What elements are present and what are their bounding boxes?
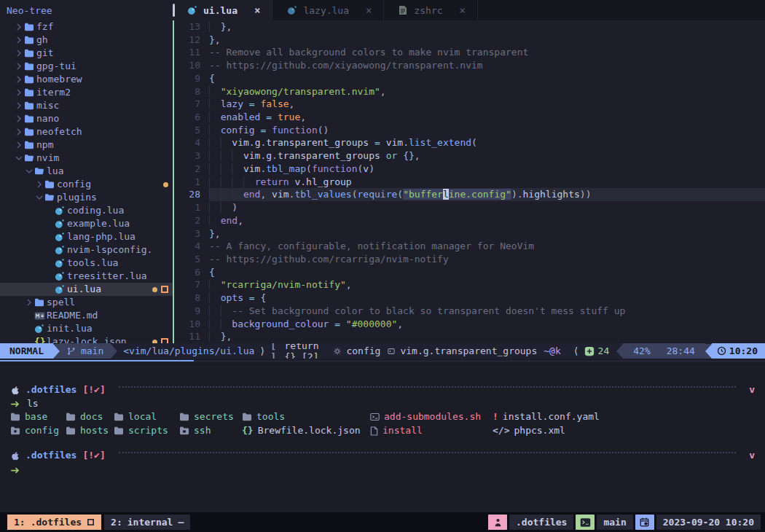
code-line[interactable]: 9▏ ▏ -- Set background color to black so… <box>174 305 765 318</box>
chevron-right-icon[interactable] <box>14 36 24 44</box>
tmux-window-internal[interactable]: 2:internal— <box>104 515 190 530</box>
code-line[interactable]: 1▏ ▏ ) <box>174 201 765 214</box>
ls-entry-brewfile-lock-json: {}Brewfile.lock.json <box>242 424 361 437</box>
code-line[interactable]: 2▏ end, <box>174 214 765 227</box>
line-number: 4 <box>174 136 209 149</box>
code-text: -- Remove all background colors to make … <box>209 46 765 59</box>
code-line-current[interactable]: 28▏ ▏ ▏ end, vim.tbl_values(require("buf… <box>174 188 765 201</box>
tree-item-treesitter-lua[interactable]: treesitter.lua <box>0 270 173 283</box>
tree-item-gpg-tui[interactable]: gpg-tui <box>0 60 173 73</box>
line-number: 1 <box>174 176 209 189</box>
tree-item-nvim[interactable]: nvim <box>0 152 173 165</box>
code-text: ▏ lazy = false, <box>209 98 765 111</box>
close-icon[interactable]: × <box>366 4 372 16</box>
tree-item-npm[interactable]: npm <box>0 138 173 152</box>
chevron-right-icon[interactable] <box>14 102 24 109</box>
prompt-git-status: [!✔] <box>82 383 105 396</box>
tree-item-label: coding.lua <box>67 204 124 217</box>
chevron-right-icon[interactable] <box>14 50 24 57</box>
tmux-window--dotfiles[interactable]: 1:.dotfiles <box>7 515 101 530</box>
neotree-panel[interactable]: fzfghgitgpg-tuihomebrewiterm2miscnanoneo… <box>0 20 173 343</box>
line-number: 9 <box>174 72 209 85</box>
tree-item-fzf[interactable]: fzf <box>0 20 173 34</box>
chevron-right-icon[interactable] <box>34 181 44 188</box>
code-line[interactable]: 6{ <box>174 266 765 279</box>
line-number: 10 <box>174 59 209 72</box>
folder-icon <box>114 426 124 435</box>
tree-item-lang-php-lua[interactable]: lang-php.lua <box>0 230 173 243</box>
line-number: 4 <box>174 240 209 253</box>
tree-item-homebrew[interactable]: homebrew <box>0 73 173 86</box>
chevron-right-icon[interactable] <box>14 128 24 136</box>
tab-lazy-lua[interactable]: lazy.lua× <box>272 0 384 20</box>
line-number: 2 <box>174 163 209 176</box>
code-line[interactable]: 4▏ ▏ vim.g.transparent_groups = vim.list… <box>174 136 765 149</box>
close-icon[interactable]: × <box>460 4 466 16</box>
chevron-right-icon[interactable] <box>14 89 24 96</box>
tab-zshrc[interactable]: zshrc× <box>384 0 478 20</box>
code-line[interactable]: 3▏ ▏ ▏ vim.g.transparent_groups or {}, <box>174 149 765 163</box>
code-text: ▏ ▏ -- Set background color to black so … <box>209 305 765 318</box>
tree-item-iterm2[interactable]: iterm2 <box>0 86 173 99</box>
tab-ui-lua[interactable]: ui.lua× <box>173 0 272 20</box>
code-line[interactable]: 12}, <box>174 34 765 47</box>
dot-badge <box>163 182 168 187</box>
code-line[interactable]: 10-- https://github.com/xiyaowong/transp… <box>174 59 765 72</box>
chevron-right-icon[interactable] <box>14 23 24 31</box>
tree-item-coding-lua[interactable]: coding.lua <box>0 204 173 217</box>
code-line[interactable]: 4-- A fancy, configurable, notification … <box>174 240 765 253</box>
editor-buffer[interactable]: 13▏ },12},11-- Remove all background col… <box>174 20 765 343</box>
tree-item-spell[interactable]: spell <box>0 296 173 309</box>
tree-item-ui-lua[interactable]: ui.lua <box>0 283 173 296</box>
code-line[interactable]: 6▏ enabled = true, <box>174 111 765 124</box>
tree-item-init-lua[interactable]: init.lua <box>0 322 173 335</box>
code-line[interactable]: 7▏ lazy = false, <box>174 98 765 111</box>
chevron-right-icon[interactable] <box>14 141 24 149</box>
chevron-right-icon[interactable] <box>14 63 24 70</box>
chevron-right-icon[interactable] <box>24 299 34 306</box>
line-number: 11 <box>174 330 209 343</box>
tree-item-nano[interactable]: nano <box>0 112 173 125</box>
chevron-down-icon[interactable] <box>34 195 44 200</box>
tree-item-lazy-lock-json[interactable]: {}lazy-lock.json <box>0 335 173 343</box>
code-line[interactable]: 10▏ ▏ background_colour = "#000000", <box>174 318 765 331</box>
code-line[interactable]: 8▏ "xiyaowong/transparent.nvim", <box>174 85 765 98</box>
tree-item-label: fzf <box>36 20 53 34</box>
code-text: -- A fancy, configurable, notification m… <box>209 240 765 253</box>
tree-item-config[interactable]: config <box>0 178 173 191</box>
code-line[interactable]: 5▏ config = function() <box>174 124 765 137</box>
tree-item-nvim-lspconfig-[interactable]: nvim-lspconfig. <box>0 243 173 257</box>
tree-item-neofetch[interactable]: neofetch <box>0 125 173 138</box>
code-line[interactable]: 7▏ "rcarriga/nvim-notify", <box>174 278 765 292</box>
close-icon[interactable]: × <box>254 4 260 16</box>
tree-item-plugins[interactable]: plugins <box>0 191 173 204</box>
ls-entry-install-conf-yaml: !install.conf.yaml <box>493 410 600 423</box>
tree-item-readme-md[interactable]: README.md <box>0 309 173 322</box>
chevron-down-icon[interactable] <box>14 155 24 161</box>
tree-item-example-lua[interactable]: example.lua <box>0 217 173 230</box>
code-line[interactable]: 3}, <box>174 227 765 240</box>
powerline-arrow <box>53 344 60 359</box>
shell-pane[interactable]: .dotfiles [!✔] v ls basedocslocalsecrets… <box>0 362 765 512</box>
tree-item-lua[interactable]: lua <box>0 165 173 178</box>
code-line[interactable]: 9{ <box>174 72 765 85</box>
code-line[interactable]: 5-- https://github.com/rcarriga/nvim-not… <box>174 253 765 266</box>
scroll-percent: 42% <box>633 345 650 356</box>
chevron-right-icon[interactable] <box>14 76 24 83</box>
tree-item-git[interactable]: git <box>0 47 173 60</box>
tree-item-tools-lua[interactable]: tools.lua <box>0 257 173 270</box>
chevron-down-icon[interactable] <box>24 168 34 174</box>
code-line[interactable]: 1▏ ▏ ▏ ▏ return v.hl_group <box>174 176 765 189</box>
code-line[interactable]: 11-- Remove all background colors to mak… <box>174 46 765 59</box>
command-line[interactable] <box>0 463 765 477</box>
code-line[interactable]: 8▏ opts = { <box>174 292 765 305</box>
neotree-scrollbar-thumb[interactable] <box>173 4 175 17</box>
vi-mode-indicator: v <box>749 449 755 462</box>
tree-item-gh[interactable]: gh <box>0 34 173 47</box>
powerline-arrow <box>111 344 117 359</box>
chevron-right-icon[interactable] <box>14 115 24 122</box>
code-line[interactable]: 2▏ ▏ ▏ vim.tbl_map(function(v) <box>174 163 765 176</box>
tree-item-misc[interactable]: misc <box>0 99 173 112</box>
code-line[interactable]: 11▏ }, <box>174 330 765 343</box>
code-line[interactable]: 13▏ }, <box>174 20 765 34</box>
